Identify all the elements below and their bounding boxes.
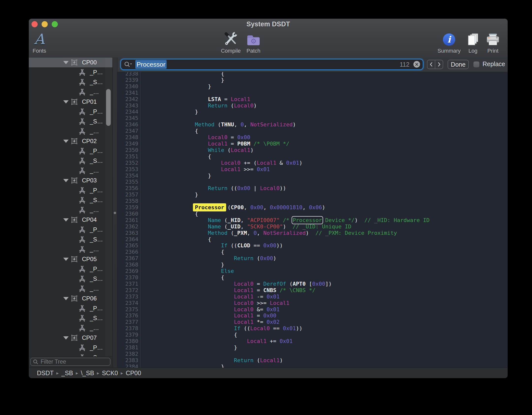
tree-item-scope[interactable]: CP03: [29, 176, 112, 185]
tree-item-member[interactable]: _S…: [29, 313, 112, 323]
code-text: If ((CLOD == 0x00)): [141, 242, 283, 249]
tree-item-scope[interactable]: CP07: [29, 333, 112, 343]
toolbar-fonts-button[interactable]: A Fonts: [32, 30, 46, 54]
tree-item-member[interactable]: _S…: [29, 195, 112, 205]
code-text: Method (THNU, 0, NotSerialized): [141, 121, 296, 128]
tree-item-member[interactable]: _S…: [29, 274, 112, 284]
disclosure-triangle-icon[interactable]: [63, 258, 69, 261]
disclosure-triangle-icon[interactable]: [63, 336, 69, 340]
code-editor[interactable]: 2338 {2339 }2340 }23412342 LSTA = Local1…: [117, 72, 508, 368]
toolbar-print-button[interactable]: Print: [486, 30, 500, 54]
tree-item-scope[interactable]: CP06: [29, 294, 112, 303]
find-next-button[interactable]: [435, 60, 443, 69]
breadcrumb-item[interactable]: CP00: [126, 370, 141, 377]
tree-item-member[interactable]: _…: [29, 87, 112, 97]
tree-item-member[interactable]: _…: [29, 323, 112, 333]
tree-item-scope[interactable]: CP01: [29, 97, 112, 107]
line-number: 2349: [117, 141, 141, 147]
method-icon: [78, 285, 86, 292]
code-text: Local0 = 0x00: [141, 134, 250, 141]
breadcrumb-item[interactable]: \_SB: [81, 370, 94, 377]
tree-item-member[interactable]: _P…: [29, 264, 112, 274]
toolbar-log-button[interactable]: Log: [466, 30, 480, 54]
tree-item-member[interactable]: _P…: [29, 225, 112, 235]
tree-item-member[interactable]: _…: [29, 284, 112, 294]
tree-item-member[interactable]: _P…: [29, 343, 112, 353]
breadcrumb-item[interactable]: DSDT: [37, 370, 54, 377]
tree-item-scope[interactable]: CP00: [29, 58, 112, 67]
code-text: [141, 198, 143, 204]
filter-tree-input[interactable]: Filter Tree: [30, 358, 110, 366]
sidebar-scrollbar[interactable]: [105, 58, 112, 356]
method-icon: [78, 167, 86, 174]
tree-item-member[interactable]: _S…: [29, 235, 112, 244]
toolbar-label: Log: [466, 48, 480, 54]
tree-item-label: _…: [90, 285, 99, 292]
tree-item-member[interactable]: _P…: [29, 185, 112, 195]
split-divider[interactable]: [112, 57, 117, 368]
method-icon: [78, 305, 86, 312]
disclosure-triangle-icon[interactable]: [63, 218, 69, 222]
toolbar-patch-button[interactable]: ⚙ Patch: [246, 30, 261, 54]
done-button[interactable]: Done: [448, 60, 469, 69]
code-text: Local0 >>= Local1: [141, 300, 289, 306]
code-line: 2345: [117, 115, 508, 121]
sidebar-scrollbar-thumb[interactable]: [106, 89, 111, 126]
toolbar-summary-button[interactable]: i Summary: [438, 30, 461, 54]
tree-item-scope[interactable]: CP05: [29, 254, 112, 264]
code-line: 2384 }: [117, 364, 508, 368]
tree-item-label: CP01: [82, 98, 97, 105]
tree-item-member[interactable]: _P…: [29, 107, 112, 117]
breadcrumb: DSDT▸_SB▸\_SB▸SCK0▸CP00: [29, 368, 508, 378]
disclosure-triangle-icon[interactable]: [63, 61, 69, 64]
selected-text: Processor: [135, 60, 167, 69]
tree-item-member[interactable]: _S…: [29, 156, 112, 166]
disclosure-triangle-icon[interactable]: [63, 179, 69, 182]
disclosure-triangle-icon[interactable]: [63, 100, 69, 104]
replace-checkbox[interactable]: [473, 61, 479, 67]
find-search-field[interactable]: Processor 112 ×: [121, 59, 423, 69]
line-number: 2378: [117, 325, 141, 332]
breadcrumb-separator-icon: ▸: [76, 370, 78, 376]
tree-item-member[interactable]: _S…: [29, 117, 112, 126]
tree-item-member[interactable]: _P…: [29, 146, 112, 156]
device-scope-icon: [71, 216, 78, 223]
toolbar-compile-button[interactable]: Compile: [221, 30, 241, 54]
line-number: 2355: [117, 179, 141, 185]
find-previous-button[interactable]: [427, 60, 435, 69]
line-number: 2356: [117, 185, 141, 192]
breadcrumb-item[interactable]: _SB: [62, 370, 73, 377]
method-icon: [78, 187, 86, 194]
tree-item-member[interactable]: _…: [29, 244, 112, 254]
tree-item-scope[interactable]: CP02: [29, 136, 112, 146]
code-text: {: [141, 211, 198, 217]
tree-item-member[interactable]: _P…: [29, 303, 112, 313]
tree-item-member[interactable]: _S: [29, 353, 112, 356]
code-text: Processor (CP00, 0x00, 0x00001810, 0x06): [141, 204, 325, 211]
code-text: }: [141, 344, 237, 351]
split-handle-dot[interactable]: [114, 212, 116, 214]
code-text: {: [141, 72, 224, 77]
tree-item-member[interactable]: _S…: [29, 77, 112, 87]
tree-item-member[interactable]: _…: [29, 166, 112, 176]
tree-item-member[interactable]: _P…: [29, 67, 112, 77]
disclosure-triangle-icon[interactable]: [63, 140, 69, 143]
disclosure-triangle-icon[interactable]: [63, 297, 69, 300]
tree-item-member[interactable]: _…: [29, 205, 112, 215]
tree-item-label: _…: [90, 246, 99, 253]
line-number: 2372: [117, 287, 141, 294]
toolbar-label: Patch: [246, 48, 261, 54]
clear-search-button[interactable]: ×: [413, 61, 420, 68]
titlebar[interactable]: System DSDT: [29, 19, 508, 30]
code-line: 2368 }: [117, 262, 508, 268]
breadcrumb-item[interactable]: SCK0: [102, 370, 118, 377]
tree-item-label: CP00: [82, 59, 97, 66]
tree-item-label: _P…: [90, 344, 103, 351]
search-menu-icon[interactable]: [124, 61, 132, 68]
tree-item-label: _P…: [90, 148, 103, 154]
method-icon: [78, 325, 86, 331]
tree-item-scope[interactable]: CP04: [29, 215, 112, 225]
tree-item-member[interactable]: _…: [29, 126, 112, 136]
device-scope-icon: [71, 98, 78, 105]
method-icon: [78, 207, 86, 213]
